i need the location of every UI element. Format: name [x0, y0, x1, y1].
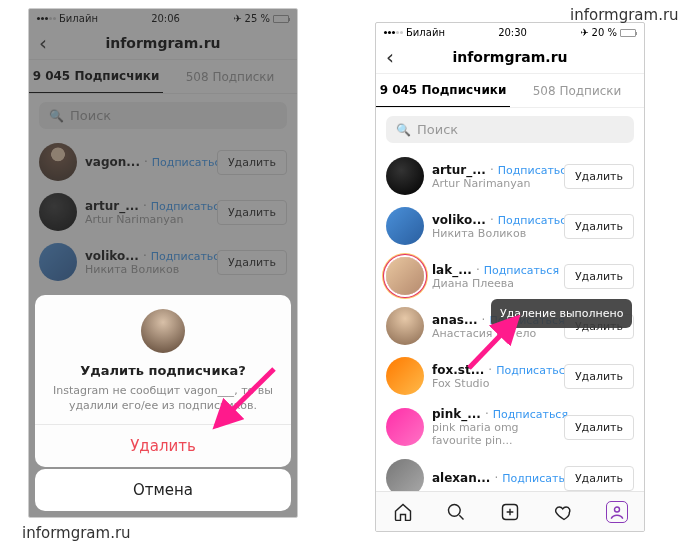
home-icon[interactable]	[392, 501, 414, 523]
avatar[interactable]	[386, 307, 424, 345]
avatar	[141, 309, 185, 353]
confirm-question: Удалить подписчика?	[51, 363, 275, 378]
back-icon[interactable]: ‹	[39, 31, 47, 55]
search-input[interactable]: 🔍 Поиск	[386, 116, 634, 143]
profile-icon[interactable]	[606, 501, 628, 523]
username[interactable]: voliko...	[85, 249, 139, 263]
search-input[interactable]: 🔍 Поиск	[39, 102, 287, 129]
follow-link[interactable]: Подписаться	[498, 164, 573, 177]
search-icon: 🔍	[396, 123, 411, 137]
search-placeholder: Поиск	[417, 122, 458, 137]
remove-button[interactable]: Удалить	[217, 200, 287, 225]
tab-followers[interactable]: 9 045 Подписчики	[29, 60, 163, 93]
fullname: Никита Воликов	[85, 263, 209, 276]
tabs: 9 045 Подписчики 508 Подписки	[376, 74, 644, 108]
username[interactable]: anas...	[432, 313, 478, 327]
svg-point-0	[449, 504, 461, 516]
fullname: Диана Плеева	[432, 277, 556, 290]
follow-link[interactable]: Подписаться	[493, 408, 568, 421]
tabs: 9 045 Подписчики 508 Подписки	[29, 60, 297, 94]
username[interactable]: pink_...	[432, 407, 481, 421]
follow-link[interactable]: Подписаться	[484, 264, 559, 277]
remove-button[interactable]: Удалить	[564, 466, 634, 491]
page-title: informgram.ru	[105, 35, 220, 51]
username[interactable]: alexan...	[432, 471, 490, 485]
watermark: informgram.ru	[570, 6, 679, 24]
search-placeholder: Поиск	[70, 108, 111, 123]
clock: 20:30	[498, 27, 527, 38]
battery-pct: 25 %	[245, 13, 270, 24]
carrier-label: Билайн	[406, 27, 445, 38]
username[interactable]: vagon...	[85, 155, 140, 169]
carrier-label: Билайн	[59, 13, 98, 24]
follower-list: vagon...·Подписаться Удалить artur_...·П…	[29, 137, 297, 287]
remove-button[interactable]: Удалить	[564, 364, 634, 389]
search-tab-icon[interactable]	[445, 501, 467, 523]
cancel-button[interactable]: Отмена	[35, 469, 291, 511]
activity-icon[interactable]	[553, 501, 575, 523]
avatar[interactable]	[39, 243, 77, 281]
remove-button[interactable]: Удалить	[564, 164, 634, 189]
avatar[interactable]	[386, 357, 424, 395]
battery-icon	[620, 29, 636, 37]
clock: 20:06	[151, 13, 180, 24]
phone-left: Билайн 20:06 ✈ 25 % ‹ informgram.ru 9 04…	[28, 8, 298, 518]
list-item: artur_...·Подписаться Artur Narimanyan У…	[376, 151, 644, 201]
avatar[interactable]	[386, 157, 424, 195]
nav-arrow-icon: ✈	[580, 27, 588, 38]
header: ‹ informgram.ru	[376, 40, 644, 74]
username[interactable]: artur_...	[432, 163, 486, 177]
search-icon: 🔍	[49, 109, 64, 123]
fullname: Анастасия Бугело	[432, 327, 556, 340]
avatar[interactable]	[39, 143, 77, 181]
page-title: informgram.ru	[452, 49, 567, 65]
remove-button[interactable]: Удалить	[217, 150, 287, 175]
follow-link[interactable]: Подписаться	[151, 250, 226, 263]
fullname: Artur Narimanyan	[432, 177, 556, 190]
follow-link[interactable]: Подписаться	[498, 214, 573, 227]
fullname: Никита Воликов	[432, 227, 556, 240]
list-item: voliko...·Подписаться Никита Воликов Уда…	[376, 201, 644, 251]
tab-followers[interactable]: 9 045 Подписчики	[376, 74, 510, 107]
fullname: Fox Studio	[432, 377, 556, 390]
username[interactable]: voliko...	[432, 213, 486, 227]
avatar[interactable]	[386, 257, 424, 295]
tab-following[interactable]: 508 Подписки	[163, 60, 297, 93]
follow-link[interactable]: Подписаться	[496, 364, 571, 377]
header: ‹ informgram.ru	[29, 26, 297, 60]
add-icon[interactable]	[499, 501, 521, 523]
username[interactable]: lak_...	[432, 263, 472, 277]
list-item: pink_...·Подписаться pink maria omg favo…	[376, 401, 644, 453]
username[interactable]: artur_...	[85, 199, 139, 213]
status-bar: Билайн 20:30 ✈ 20 %	[376, 23, 644, 40]
watermark: informgram.ru	[22, 524, 131, 542]
username[interactable]: fox.st...	[432, 363, 484, 377]
remove-button[interactable]: Удалить	[564, 264, 634, 289]
confirm-delete-button[interactable]: Удалить	[35, 424, 291, 467]
fullname: pink maria omg favourite pin...	[432, 421, 556, 447]
avatar[interactable]	[39, 193, 77, 231]
toast: Удаление выполнено	[491, 299, 632, 328]
list-item: vagon...·Подписаться Удалить	[29, 137, 297, 187]
back-icon[interactable]: ‹	[386, 45, 394, 69]
tabbar	[376, 491, 644, 531]
svg-point-2	[615, 507, 620, 512]
list-item: voliko...·Подписаться Никита Воликов Уда…	[29, 237, 297, 287]
fullname: Artur Narimanyan	[85, 213, 209, 226]
avatar[interactable]	[386, 207, 424, 245]
avatar[interactable]	[386, 408, 424, 446]
confirm-desc: Instagram не сообщит vagon___, то вы уда…	[51, 384, 275, 414]
remove-button[interactable]: Удалить	[564, 214, 634, 239]
list-item: fox.st...·Подписаться Fox Studio Удалить	[376, 351, 644, 401]
remove-button[interactable]: Удалить	[217, 250, 287, 275]
remove-button[interactable]: Удалить	[564, 415, 634, 440]
nav-arrow-icon: ✈	[233, 13, 241, 24]
follow-link[interactable]: Подписаться	[152, 156, 227, 169]
confirm-sheet: Удалить подписчика? Instagram не сообщит…	[35, 295, 291, 467]
follow-link[interactable]: Подписаться	[151, 200, 226, 213]
list-item: artur_...·Подписаться Artur Narimanyan У…	[29, 187, 297, 237]
tab-following[interactable]: 508 Подписки	[510, 74, 644, 107]
phone-right: Билайн 20:30 ✈ 20 % ‹ informgram.ru 9 04…	[375, 22, 645, 532]
list-item: lak_...·Подписаться Диана Плеева Удалить	[376, 251, 644, 301]
battery-pct: 20 %	[592, 27, 617, 38]
